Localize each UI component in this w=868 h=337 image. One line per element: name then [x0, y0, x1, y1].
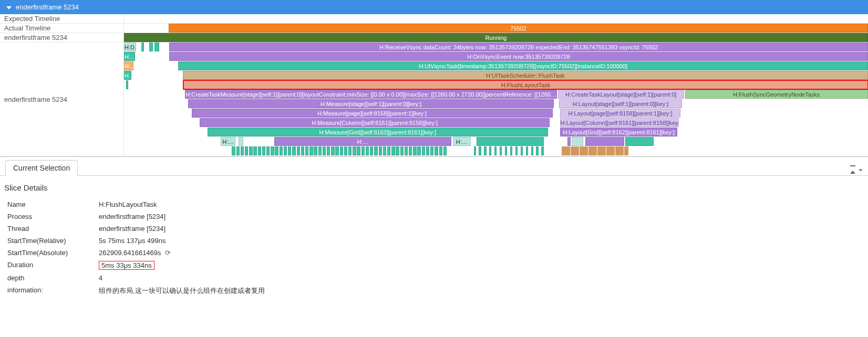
slice-tiny[interactable]	[292, 146, 295, 155]
slice-tiny[interactable]	[536, 146, 538, 155]
slice-tiny[interactable]	[344, 146, 347, 155]
slice-tiny[interactable]	[439, 146, 442, 155]
slice-tiny[interactable]	[422, 146, 425, 155]
slice-tiny[interactable]	[275, 146, 278, 155]
slice[interactable]: H:Layout[Grid][self:8162][parent:8161][k…	[560, 128, 678, 136]
slice-tiny[interactable]	[405, 146, 408, 155]
slice[interactable]: H:Measure[stage][self:1][parent:0][key:]	[188, 99, 554, 108]
slice[interactable]	[572, 137, 583, 146]
slice-tiny[interactable]	[479, 146, 481, 155]
slice[interactable]	[567, 137, 571, 146]
slice[interactable]: H:ReceiveVsync dataCount: 24bytes now: 3…	[169, 43, 868, 51]
slice-tiny[interactable]	[531, 146, 533, 155]
slice-tiny[interactable]	[262, 146, 265, 155]
slice-tiny[interactable]	[314, 146, 317, 155]
slice[interactable]: H:CreateTaskMeasure[stage][self:1][paren…	[185, 90, 557, 99]
running-bar[interactable]: Running	[124, 33, 868, 42]
track[interactable]: 75502	[124, 24, 868, 33]
chevron-down-icon[interactable]	[6, 3, 12, 11]
window-header[interactable]: enderfirstframe 5234	[0, 0, 868, 14]
slice-tiny[interactable]	[318, 146, 322, 155]
slice-tiny[interactable]	[383, 146, 386, 155]
slice-tiny[interactable]	[327, 146, 330, 155]
slice[interactable]	[149, 43, 153, 51]
slice[interactable]: H:…	[124, 61, 133, 70]
slice[interactable]	[585, 137, 624, 146]
slice-tiny[interactable]	[417, 146, 420, 155]
slice-tiny[interactable]	[331, 146, 334, 155]
chevron-down-icon[interactable]	[859, 169, 863, 172]
slice-tiny[interactable]	[245, 146, 248, 155]
slice-tiny[interactable]	[357, 146, 360, 155]
track[interactable]: Running	[124, 33, 868, 42]
slice-tiny[interactable]	[409, 146, 412, 155]
slice[interactable]	[625, 137, 654, 146]
slice-tiny[interactable]	[374, 146, 377, 155]
slice-selected[interactable]: H:FlushLayoutTask	[183, 80, 868, 89]
slice[interactable]: H:Measure[Grid][self:8162][parent:8161][…	[208, 128, 549, 136]
slice-tiny[interactable]	[435, 146, 438, 155]
slice-tiny[interactable]	[489, 146, 491, 155]
slice-tiny[interactable]	[284, 146, 287, 155]
slice[interactable]: H:Measure[Column][self:8161][parent:8158…	[200, 118, 550, 127]
slice[interactable]: H:CreateTaskLayout[stage][self:1][parent…	[558, 90, 685, 99]
slice[interactable]: H:…	[221, 137, 235, 146]
slice-tiny[interactable]	[387, 146, 390, 155]
slice[interactable]	[141, 43, 144, 51]
slice-tiny[interactable]	[288, 146, 291, 155]
slice-tiny[interactable]	[526, 146, 528, 155]
slice-tiny[interactable]	[515, 146, 518, 155]
slice-tiny[interactable]	[484, 146, 486, 155]
track[interactable]	[124, 14, 868, 23]
refresh-icon[interactable]: ⟳	[165, 249, 171, 257]
slice[interactable]	[477, 137, 543, 146]
slice-tiny[interactable]	[366, 146, 369, 155]
slice-tiny[interactable]	[396, 146, 399, 155]
slice-tiny[interactable]	[340, 146, 343, 155]
slice[interactable]: H:…	[453, 137, 471, 146]
slice[interactable]	[239, 137, 243, 146]
row-thread-header[interactable]: enderfirstframe 5234 Running	[0, 33, 868, 43]
slice-tiny[interactable]	[297, 146, 300, 155]
slice-tiny[interactable]	[627, 146, 628, 155]
scroll-to-top-icon[interactable]	[850, 165, 855, 175]
slice-tiny[interactable]	[323, 146, 326, 155]
slice[interactable]: H:Layout[stage][self:1][parent:0][key:]	[559, 99, 682, 108]
slice-tiny[interactable]	[413, 146, 416, 155]
slice-tiny[interactable]	[505, 146, 507, 155]
slice[interactable]: H:Layout[Column][self:8161][parent:8158]…	[560, 118, 679, 127]
slice-tiny[interactable]	[348, 146, 352, 155]
slice-tiny[interactable]	[391, 146, 395, 155]
slice[interactable]: H…	[124, 71, 131, 80]
slice-tiny[interactable]	[474, 146, 476, 155]
slice[interactable]: H:OnVsyncEvent now:35135739209728	[169, 52, 868, 61]
slice-tiny[interactable]	[271, 146, 274, 155]
slice[interactable]	[126, 80, 128, 89]
slice-tiny[interactable]	[370, 146, 373, 155]
slice-tiny[interactable]	[253, 146, 256, 155]
slice[interactable]: H:Measure[page][self:8158][parent:1][key…	[192, 109, 553, 118]
slice[interactable]: H:D…	[124, 43, 136, 51]
slice-tiny[interactable]	[361, 146, 365, 155]
slice-tiny[interactable]	[521, 146, 523, 155]
slice-tiny[interactable]	[426, 146, 429, 155]
slice-tiny[interactable]	[400, 146, 404, 155]
slice-tiny[interactable]	[305, 146, 308, 155]
row-actual[interactable]: Actual Timeline 75502	[0, 24, 868, 33]
slice-tiny[interactable]	[541, 146, 543, 155]
slice-tiny[interactable]	[353, 146, 356, 155]
slice[interactable]: H:…	[124, 52, 135, 61]
slice[interactable]: H:UITaskScheduler::FlushTask	[183, 71, 868, 80]
slice[interactable]: H:…	[274, 137, 451, 146]
slice[interactable]	[154, 43, 159, 51]
slice-tiny[interactable]	[379, 146, 382, 155]
slice-tiny[interactable]	[236, 146, 240, 155]
slice-tiny[interactable]	[335, 146, 338, 155]
slice-tiny[interactable]	[301, 146, 304, 155]
slice-tiny[interactable]	[510, 146, 512, 155]
slice-tiny[interactable]	[500, 146, 502, 155]
slice-tiny[interactable]	[258, 146, 261, 155]
slice-tiny[interactable]	[266, 146, 270, 155]
slice[interactable]: H:UIVsyncTask[timestamp:35135739209728][…	[178, 61, 868, 70]
slice-tiny[interactable]	[280, 146, 283, 155]
